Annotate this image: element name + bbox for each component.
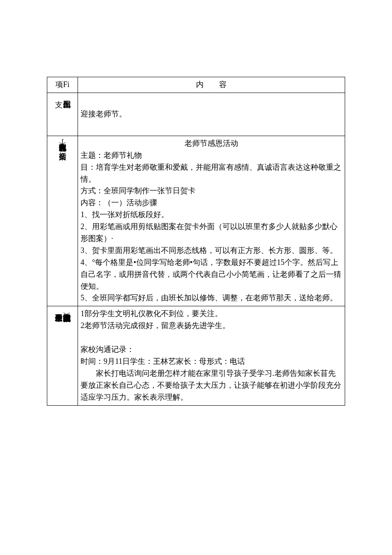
- activity-method: 方式：全班同学制作一张节日贺卡: [81, 185, 342, 197]
- row2-label: 周化容包班数〉当教内[括会案: [47, 136, 78, 306]
- header-col2: 内容: [78, 77, 345, 93]
- activity-title: 老师节感恩活动: [81, 138, 342, 150]
- row3-label: 发务理及长系及生话录 在魄应措㈤学突事处或家联或学淡记〉存问及对施括生: [47, 306, 78, 405]
- plan-table: 项Fi 内容 支 周作配当工 迎接老师节。 周化容包班数〉当教内[括会案 老师节…: [47, 77, 345, 406]
- comm-record-meta: 时间：9月11日学生：王林艺家长：母形式：电话: [81, 356, 342, 368]
- row-records: 发务理及长系及生话录 在魄应措㈤学突事处或家联或学淡记〉存问及对施括生 1部分学…: [47, 306, 345, 405]
- row1-label: 支 周作配当工: [47, 93, 78, 136]
- activity-step-1: 1、找一张对折纸板段好。: [81, 209, 342, 221]
- row1-content: 迎接老师节。: [81, 95, 342, 134]
- content-header-text: 内容: [81, 79, 342, 91]
- activity-goal: 目：培育学生对老师敬重和爱戴，并能用富有感情、真诚语言表达这种敬重之情。: [81, 162, 342, 186]
- row2-label-col1: 周化容包班数〉当教内[括会案: [58, 138, 67, 146]
- row2-content-cell: 老师节感恩活动 主题：老师节礼物 目：培育学生对老师敬重和爱戴，并能用富有感情、…: [78, 136, 345, 306]
- issue-line-2: 2老师节活动完成很好，留意表扬先进学生。: [81, 320, 342, 332]
- activity-theme: 主题：老师节礼物: [81, 150, 342, 162]
- header-row: 项Fi 内容: [47, 77, 345, 93]
- activity-content-header: 内容：（一）活动步骤: [81, 197, 342, 209]
- comm-record-body: 家长打电话询问老册怎样才能在家里引导孩子受学习.老师告知家长苜先要放正家长自己心…: [81, 368, 342, 404]
- activity-step-3: 3、贺卡里面用彩笔画出不同形态线格，可以有正方形、长方形、圆形、等。: [81, 245, 342, 257]
- row-class-meeting: 周化容包班数〉当教内[括会案 老师节感恩活动 主题：老师节礼物 目：培育学生对老…: [47, 136, 345, 306]
- activity-step-5: 5、全班同学都写好后，由班长加以修饰、调整，在老师节那天，送给老师。: [81, 292, 342, 304]
- activity-step-4: 4、°每个格里是•位同学写给老师•句话，字数最好不要超过15个字。然后写上自己名…: [81, 257, 342, 293]
- activity-step-2: 2、用彩笔画或用剪纸贴图案在贺卡外面（可以以班里冇多少人就贴多少默心形图案）·: [81, 221, 342, 245]
- document-page: 项Fi 内容 支 周作配当工 迎接老师节。 周化容包班数〉当教内[括会案 老师节…: [0, 0, 392, 406]
- spacer: [81, 332, 342, 344]
- comm-record-header: 家校沟通记录：: [81, 344, 342, 356]
- row3-content-cell: 1部分学生文明礼仪教化不到位，要关注。 2老师节活动完成很好，留意表扬先进学生。…: [78, 306, 345, 405]
- row1-content-cell: 迎接老师节。: [78, 93, 345, 136]
- row-weekly-work: 支 周作配当工 迎接老师节。: [47, 93, 345, 136]
- header-col1: 项Fi: [47, 77, 78, 93]
- issue-line-1: 1部分学生文明礼仪教化不到位，要关注。: [81, 308, 342, 320]
